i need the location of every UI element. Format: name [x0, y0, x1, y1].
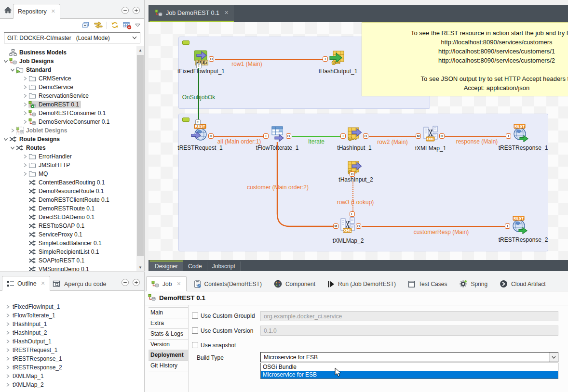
link-with-editor-icon[interactable]: [94, 21, 103, 29]
use-custom-version-checkbox[interactable]: [192, 327, 198, 334]
panel-tab-job[interactable]: Job✕: [146, 276, 187, 291]
collapse-all-icon[interactable]: [81, 21, 90, 29]
tree-item[interactable]: DemoServiceConsumer 0.1: [0, 118, 136, 126]
refresh-icon[interactable]: [110, 21, 119, 29]
outline-item[interactable]: tRESTRequest_1: [0, 346, 144, 354]
outline-item[interactable]: tRESTResponse_2: [0, 363, 144, 372]
tree-chevron-icon[interactable]: [21, 154, 28, 159]
tree-item[interactable]: ErrorHandler: [0, 152, 136, 161]
tree-item[interactable]: CRMService: [0, 74, 136, 83]
tree-chevron-icon[interactable]: [21, 111, 28, 116]
tree-chevron-icon[interactable]: [4, 330, 12, 335]
menu-item-main[interactable]: Main: [149, 308, 188, 318]
component-tRESTResponse_2[interactable]: REST: [511, 216, 528, 235]
outline-item[interactable]: tFixedFlowInput_1: [0, 302, 144, 311]
panel-tab-cloud[interactable]: Cloud Artifact: [495, 277, 550, 291]
outline-item[interactable]: tHashInput_1: [0, 320, 144, 328]
scroll-down-icon[interactable]: ▼: [136, 263, 144, 271]
tree-item[interactable]: JMStoHTTP: [0, 161, 136, 170]
tree-item[interactable]: SOAPtoREST 0.1: [0, 256, 136, 265]
tree-chevron-icon[interactable]: [21, 171, 28, 176]
tree-chevron-icon[interactable]: [4, 322, 12, 327]
maximize-button[interactable]: [132, 6, 140, 14]
tree-chevron-icon[interactable]: [21, 119, 28, 124]
canvas-note[interactable]: To see the REST resource in action start…: [362, 22, 568, 96]
tree-chevron-icon[interactable]: [21, 76, 28, 81]
tree-chevron-icon[interactable]: [21, 93, 28, 98]
subjob-collapse-button[interactable]: [182, 118, 189, 122]
tree-item[interactable]: MQ: [0, 170, 136, 178]
view-tab-designer[interactable]: Designer: [149, 261, 183, 271]
outline-item[interactable]: tFlowToIterate_1: [0, 311, 144, 320]
tree-chevron-icon[interactable]: [4, 382, 12, 387]
tree-item[interactable]: DemoREST 0.1: [0, 100, 136, 109]
close-icon[interactable]: ✕: [41, 280, 45, 287]
component-tRESTRequest_1[interactable]: REST: [191, 124, 208, 144]
tree-chevron-icon[interactable]: [9, 145, 16, 150]
menu-item-stats-logs[interactable]: Stats & Logs: [149, 329, 188, 340]
close-icon[interactable]: ✕: [224, 10, 229, 16]
tree-item[interactable]: DemoService: [0, 83, 136, 91]
tree-chevron-icon[interactable]: [4, 313, 12, 318]
tree-chevron-icon[interactable]: [4, 348, 12, 353]
view-tab-code[interactable]: Code: [183, 261, 207, 271]
tree-item[interactable]: DemoRESTConsumer 0.1: [0, 109, 136, 118]
outline-item[interactable]: tXMLMap_2: [0, 380, 144, 389]
tree-item[interactable]: DemoRESTRoute 0.1: [0, 204, 136, 213]
tree-chevron-icon[interactable]: [21, 163, 28, 168]
dropdown-option[interactable]: OSGi Bundle: [261, 363, 558, 371]
tree-chevron-icon[interactable]: [4, 356, 12, 361]
tree-chevron-icon[interactable]: [2, 137, 9, 142]
editor-tab-job-demorest[interactable]: Job DemoREST 0.1 ✕: [149, 5, 234, 22]
groupid-field[interactable]: org.example.docker_ci.service: [260, 311, 558, 321]
panel-tab-testcases[interactable]: Test Cases: [403, 277, 452, 291]
menu-item-git-history[interactable]: Git History: [149, 361, 188, 371]
tree-item[interactable]: RESTtoSOAP 0.1: [0, 222, 136, 230]
tree-chevron-icon[interactable]: [4, 374, 12, 379]
tree-item[interactable]: Route Designs: [0, 135, 136, 144]
tree-item[interactable]: VMSpringDemo 0.1: [0, 265, 136, 271]
repository-scrollbar[interactable]: ▲ ▼: [136, 46, 144, 271]
close-icon[interactable]: ✕: [51, 8, 55, 14]
tab-outline[interactable]: Outline ✕: [2, 276, 50, 291]
home-icon[interactable]: [4, 6, 12, 14]
tree-item[interactable]: ContentBasedRouting 0.1: [0, 178, 136, 187]
version-field[interactable]: 0.1.0: [260, 326, 558, 336]
tree-chevron-icon[interactable]: [21, 85, 28, 90]
tab-repository[interactable]: Repository ✕: [13, 4, 60, 19]
tree-item[interactable]: Standard: [0, 65, 136, 74]
tab-code-preview[interactable]: Aperçu du code: [48, 277, 111, 291]
use-snapshot-checkbox[interactable]: [192, 342, 198, 348]
scrollbar-thumb[interactable]: [137, 55, 144, 256]
minimize-button[interactable]: [121, 6, 129, 14]
tree-chevron-icon[interactable]: [9, 128, 16, 133]
tree-item[interactable]: Joblet Designs: [0, 126, 136, 135]
scroll-up-icon[interactable]: ▲: [136, 46, 144, 54]
panel-tab-spring[interactable]: Spring: [454, 277, 492, 291]
tree-chevron-icon[interactable]: [21, 102, 28, 107]
close-icon[interactable]: ✕: [176, 281, 181, 287]
subjob-collapse-button[interactable]: [182, 40, 189, 45]
component-tFlowToIterate_1[interactable]: [269, 125, 285, 143]
panel-tab-component[interactable]: Component: [269, 277, 320, 291]
outline-item[interactable]: tHashOutput_1: [0, 337, 144, 346]
tree-chevron-icon[interactable]: [4, 339, 12, 344]
view-menu-icon[interactable]: [135, 24, 140, 27]
view-tab-jobscript[interactable]: Jobscript: [207, 261, 241, 271]
component-tHashInput_1[interactable]: [346, 125, 363, 143]
tree-chevron-icon[interactable]: [4, 304, 12, 309]
minimize-button[interactable]: [121, 278, 129, 287]
component-tHashOutput_1[interactable]: [329, 50, 345, 67]
tree-item[interactable]: DemoRESTClientRoute 0.1: [0, 196, 136, 204]
menu-item-extra[interactable]: Extra: [149, 318, 188, 329]
tree-chevron-icon[interactable]: [9, 67, 16, 72]
tree-item[interactable]: ReservationService: [0, 91, 136, 100]
tree-item[interactable]: Job Designs: [0, 57, 136, 65]
tree-item[interactable]: SimpleRecipientList 0.1: [0, 248, 136, 256]
use-custom-groupid-checkbox[interactable]: [192, 313, 198, 319]
maximize-button[interactable]: [132, 278, 140, 287]
filter-settings-icon[interactable]: [122, 21, 132, 29]
menu-item-deployment[interactable]: Deployment: [149, 350, 188, 361]
build-type-combobox[interactable]: Microservice for ESB: [260, 352, 558, 362]
tree-item[interactable]: SimpleLoadBalancer 0.1: [0, 239, 136, 248]
